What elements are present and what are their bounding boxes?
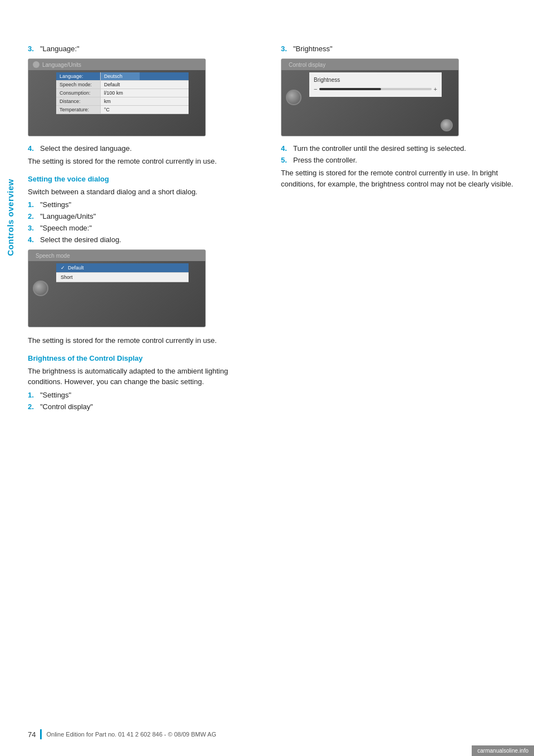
sub-step-3-text: "Speech mode:" <box>40 224 92 232</box>
para-speech: The setting is stored for the remote con… <box>28 335 264 346</box>
section-brightness-para: The brightness is automatically adapted … <box>28 366 264 387</box>
language-units-screenshot: Language/Units Language: Deutsch Speech … <box>28 58 206 136</box>
brightness-step-1: 1. "Settings" <box>28 391 264 399</box>
para-language: The setting is stored for the remote con… <box>28 156 264 167</box>
brightness-step-2-num: 2. <box>28 402 37 411</box>
plus-icon: + <box>434 86 437 92</box>
brightness-fill <box>319 88 381 90</box>
sub-step-4-text: Select the desired dialog. <box>40 235 121 244</box>
sub-step-2-text: "Language/Units" <box>40 212 96 220</box>
right-step-4-text: Turn the controller until the desired se… <box>293 144 466 153</box>
left-column: 3. "Language:" Language/Units Language: … <box>28 45 264 414</box>
gear-icon <box>33 61 39 68</box>
columns-layout: 3. "Language:" Language/Units Language: … <box>28 45 517 414</box>
lang-row-speech: Speech mode: Default <box>56 81 189 89</box>
control-window-bar: Control display <box>281 59 458 70</box>
step-4-language: 4. Select the desired language. <box>28 144 264 153</box>
sub-step-3: 3. "Speech mode:" <box>28 224 264 232</box>
control-display-screenshot: Control display Brightness − + <box>281 58 459 136</box>
right-step-4: 4. Turn the controller until the desired… <box>281 144 517 153</box>
watermark: carmanualsoline.info <box>472 745 534 756</box>
right-step-3-num: 3. <box>281 45 290 53</box>
step-3-language: 3. "Language:" <box>28 45 264 53</box>
sub-step-1-num: 1. <box>28 200 37 209</box>
lang-window-bar: Language/Units <box>28 59 205 70</box>
control-window-title: Control display <box>289 62 325 68</box>
right-step-5-text: Press the controller. <box>293 156 357 164</box>
lang-row-temperature: Temperature: °C <box>56 106 189 114</box>
sub-step-2-num: 2. <box>28 212 37 220</box>
speech-mode-screenshot: Speech mode ✓ Default Short <box>28 249 206 327</box>
main-content: 3. "Language:" Language/Units Language: … <box>28 0 517 448</box>
speech-table: ✓ Default Short <box>56 263 189 282</box>
footer-bar <box>40 729 42 739</box>
lang-row-distance: Distance: km <box>56 97 189 106</box>
brightness-step-2: 2. "Control display" <box>28 402 264 411</box>
lang-window-title: Language/Units <box>42 62 81 68</box>
right-step-3-text: "Brightness" <box>293 45 333 53</box>
lang-table: Language: Deutsch Speech mode: Default C… <box>56 72 189 114</box>
right-step-3: 3. "Brightness" <box>281 45 517 53</box>
section-brightness-heading: Brightness of the Control Display <box>28 354 264 362</box>
brightness-label: Brightness <box>314 77 437 83</box>
brightness-area: Brightness − + <box>309 72 442 97</box>
minus-icon: − <box>314 86 317 92</box>
step-3-num: 3. <box>28 45 37 53</box>
sub-step-4-num: 4. <box>28 235 37 244</box>
sub-step-1: 1. "Settings" <box>28 200 264 209</box>
right-step-5-num: 5. <box>281 156 290 164</box>
step-4-num: 4. <box>28 144 37 153</box>
sub-step-2: 2. "Language/Units" <box>28 212 264 220</box>
brightness-step-1-text: "Settings" <box>40 391 71 399</box>
section-voice-dialog-heading: Setting the voice dialog <box>28 175 264 183</box>
step-4-text: Select the desired language. <box>40 144 132 153</box>
right-step-4-num: 4. <box>281 144 290 153</box>
right-column: 3. "Brightness" Control display Brightne… <box>281 45 517 414</box>
sidebar-label: Controls overview <box>0 50 20 384</box>
lang-row-consumption: Consumption: l/100 km <box>56 89 189 97</box>
speech-window-title: Speech mode <box>36 253 70 259</box>
right-para: The setting is stored for the remote con… <box>281 168 517 189</box>
step-3-text: "Language:" <box>40 45 80 53</box>
speech-window-bar: Speech mode <box>28 250 205 261</box>
footer: 74 Online Edition for Part no. 01 41 2 6… <box>28 729 517 739</box>
brightness-track <box>319 88 431 90</box>
speech-row-short: Short <box>56 273 189 282</box>
lang-row-language: Language: Deutsch <box>56 72 189 81</box>
sub-step-1-text: "Settings" <box>40 200 71 209</box>
sub-step-4: 4. Select the desired dialog. <box>28 235 264 244</box>
sub-step-3-num: 3. <box>28 224 37 232</box>
footer-text: Online Edition for Part no. 01 41 2 602 … <box>46 731 216 738</box>
brightness-slider: − + <box>314 86 437 92</box>
right-step-5: 5. Press the controller. <box>281 156 517 164</box>
brightness-step-2-text: "Control display" <box>40 402 93 411</box>
page-number: 74 <box>28 730 36 739</box>
brightness-step-1-num: 1. <box>28 391 37 399</box>
section-voice-dialog-para: Switch between a standard dialog and a s… <box>28 186 264 198</box>
ok-button-icon <box>441 119 453 131</box>
speech-row-default: ✓ Default <box>56 263 189 273</box>
